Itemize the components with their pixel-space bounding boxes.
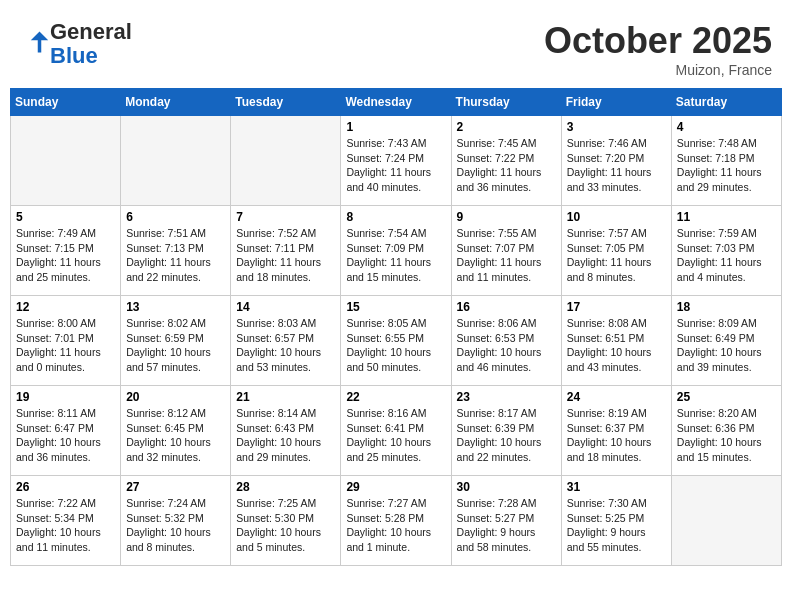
calendar-cell: 9Sunrise: 7:55 AMSunset: 7:07 PMDaylight…	[451, 206, 561, 296]
calendar-cell: 30Sunrise: 7:28 AMSunset: 5:27 PMDayligh…	[451, 476, 561, 566]
cell-info: Sunrise: 8:09 AM	[677, 316, 776, 331]
day-number: 21	[236, 390, 335, 404]
cell-info: Sunset: 5:34 PM	[16, 511, 115, 526]
cell-info: Daylight: 10 hours and 39 minutes.	[677, 345, 776, 374]
cell-info: Daylight: 11 hours and 22 minutes.	[126, 255, 225, 284]
cell-info: Daylight: 10 hours and 57 minutes.	[126, 345, 225, 374]
cell-info: Daylight: 10 hours and 50 minutes.	[346, 345, 445, 374]
cell-info: Daylight: 11 hours and 11 minutes.	[457, 255, 556, 284]
day-number: 1	[346, 120, 445, 134]
calendar-cell	[11, 116, 121, 206]
day-number: 27	[126, 480, 225, 494]
cell-info: Sunrise: 7:45 AM	[457, 136, 556, 151]
cell-info: Daylight: 10 hours and 53 minutes.	[236, 345, 335, 374]
cell-info: Sunset: 7:01 PM	[16, 331, 115, 346]
calendar-cell: 17Sunrise: 8:08 AMSunset: 6:51 PMDayligh…	[561, 296, 671, 386]
cell-info: Daylight: 10 hours and 22 minutes.	[457, 435, 556, 464]
cell-info: Daylight: 11 hours and 8 minutes.	[567, 255, 666, 284]
calendar-cell: 6Sunrise: 7:51 AMSunset: 7:13 PMDaylight…	[121, 206, 231, 296]
cell-info: Sunset: 6:39 PM	[457, 421, 556, 436]
cell-info: Sunset: 7:15 PM	[16, 241, 115, 256]
cell-info: Sunset: 7:03 PM	[677, 241, 776, 256]
cell-info: Sunset: 7:20 PM	[567, 151, 666, 166]
cell-info: Daylight: 11 hours and 0 minutes.	[16, 345, 115, 374]
cell-info: Sunrise: 8:14 AM	[236, 406, 335, 421]
day-number: 23	[457, 390, 556, 404]
cell-info: Sunset: 7:05 PM	[567, 241, 666, 256]
calendar-cell: 29Sunrise: 7:27 AMSunset: 5:28 PMDayligh…	[341, 476, 451, 566]
calendar-cell: 26Sunrise: 7:22 AMSunset: 5:34 PMDayligh…	[11, 476, 121, 566]
cell-info: Sunrise: 8:05 AM	[346, 316, 445, 331]
cell-info: Sunrise: 8:11 AM	[16, 406, 115, 421]
calendar-cell: 15Sunrise: 8:05 AMSunset: 6:55 PMDayligh…	[341, 296, 451, 386]
cell-info: Daylight: 11 hours and 15 minutes.	[346, 255, 445, 284]
calendar-cell: 3Sunrise: 7:46 AMSunset: 7:20 PMDaylight…	[561, 116, 671, 206]
cell-info: Daylight: 9 hours and 58 minutes.	[457, 525, 556, 554]
day-number: 4	[677, 120, 776, 134]
week-row-3: 12Sunrise: 8:00 AMSunset: 7:01 PMDayligh…	[11, 296, 782, 386]
cell-info: Sunset: 7:07 PM	[457, 241, 556, 256]
calendar-cell: 18Sunrise: 8:09 AMSunset: 6:49 PMDayligh…	[671, 296, 781, 386]
cell-info: Daylight: 11 hours and 25 minutes.	[16, 255, 115, 284]
day-number: 6	[126, 210, 225, 224]
day-number: 9	[457, 210, 556, 224]
cell-info: Daylight: 11 hours and 33 minutes.	[567, 165, 666, 194]
page-header: General Blue October 2025 Muizon, France	[10, 10, 782, 83]
calendar-cell: 4Sunrise: 7:48 AMSunset: 7:18 PMDaylight…	[671, 116, 781, 206]
calendar-cell: 19Sunrise: 8:11 AMSunset: 6:47 PMDayligh…	[11, 386, 121, 476]
day-number: 15	[346, 300, 445, 314]
cell-info: Daylight: 10 hours and 32 minutes.	[126, 435, 225, 464]
calendar-cell: 11Sunrise: 7:59 AMSunset: 7:03 PMDayligh…	[671, 206, 781, 296]
cell-info: Sunset: 5:32 PM	[126, 511, 225, 526]
month-title: October 2025	[544, 20, 772, 62]
calendar-cell: 2Sunrise: 7:45 AMSunset: 7:22 PMDaylight…	[451, 116, 561, 206]
cell-info: Sunset: 5:27 PM	[457, 511, 556, 526]
day-number: 14	[236, 300, 335, 314]
cell-info: Daylight: 10 hours and 29 minutes.	[236, 435, 335, 464]
cell-info: Sunrise: 8:00 AM	[16, 316, 115, 331]
calendar-cell: 23Sunrise: 8:17 AMSunset: 6:39 PMDayligh…	[451, 386, 561, 476]
cell-info: Daylight: 10 hours and 15 minutes.	[677, 435, 776, 464]
cell-info: Sunrise: 8:19 AM	[567, 406, 666, 421]
calendar-cell: 10Sunrise: 7:57 AMSunset: 7:05 PMDayligh…	[561, 206, 671, 296]
cell-info: Daylight: 11 hours and 40 minutes.	[346, 165, 445, 194]
calendar-cell: 1Sunrise: 7:43 AMSunset: 7:24 PMDaylight…	[341, 116, 451, 206]
cell-info: Sunrise: 7:27 AM	[346, 496, 445, 511]
cell-info: Sunrise: 7:51 AM	[126, 226, 225, 241]
cell-info: Sunset: 6:45 PM	[126, 421, 225, 436]
cell-info: Daylight: 10 hours and 36 minutes.	[16, 435, 115, 464]
cell-info: Sunset: 6:51 PM	[567, 331, 666, 346]
cell-info: Sunrise: 8:20 AM	[677, 406, 776, 421]
calendar-cell: 20Sunrise: 8:12 AMSunset: 6:45 PMDayligh…	[121, 386, 231, 476]
day-number: 30	[457, 480, 556, 494]
day-number: 8	[346, 210, 445, 224]
cell-info: Sunrise: 7:57 AM	[567, 226, 666, 241]
day-number: 12	[16, 300, 115, 314]
cell-info: Sunrise: 8:16 AM	[346, 406, 445, 421]
cell-info: Sunset: 6:55 PM	[346, 331, 445, 346]
cell-info: Daylight: 11 hours and 18 minutes.	[236, 255, 335, 284]
cell-info: Sunrise: 8:12 AM	[126, 406, 225, 421]
cell-info: Daylight: 10 hours and 25 minutes.	[346, 435, 445, 464]
week-row-1: 1Sunrise: 7:43 AMSunset: 7:24 PMDaylight…	[11, 116, 782, 206]
calendar-header: SundayMondayTuesdayWednesdayThursdayFrid…	[11, 89, 782, 116]
calendar-cell: 24Sunrise: 8:19 AMSunset: 6:37 PMDayligh…	[561, 386, 671, 476]
cell-info: Sunset: 7:24 PM	[346, 151, 445, 166]
cell-info: Sunrise: 7:55 AM	[457, 226, 556, 241]
cell-info: Sunset: 7:13 PM	[126, 241, 225, 256]
calendar-cell: 7Sunrise: 7:52 AMSunset: 7:11 PMDaylight…	[231, 206, 341, 296]
calendar-cell: 12Sunrise: 8:00 AMSunset: 7:01 PMDayligh…	[11, 296, 121, 386]
day-number: 22	[346, 390, 445, 404]
day-number: 5	[16, 210, 115, 224]
cell-info: Sunrise: 7:48 AM	[677, 136, 776, 151]
cell-info: Sunrise: 8:06 AM	[457, 316, 556, 331]
cell-info: Sunset: 7:09 PM	[346, 241, 445, 256]
calendar-cell: 8Sunrise: 7:54 AMSunset: 7:09 PMDaylight…	[341, 206, 451, 296]
weekday-header-row: SundayMondayTuesdayWednesdayThursdayFrid…	[11, 89, 782, 116]
day-number: 7	[236, 210, 335, 224]
calendar-cell: 25Sunrise: 8:20 AMSunset: 6:36 PMDayligh…	[671, 386, 781, 476]
cell-info: Sunset: 6:43 PM	[236, 421, 335, 436]
calendar-body: 1Sunrise: 7:43 AMSunset: 7:24 PMDaylight…	[11, 116, 782, 566]
calendar-cell: 31Sunrise: 7:30 AMSunset: 5:25 PMDayligh…	[561, 476, 671, 566]
cell-info: Sunrise: 7:24 AM	[126, 496, 225, 511]
